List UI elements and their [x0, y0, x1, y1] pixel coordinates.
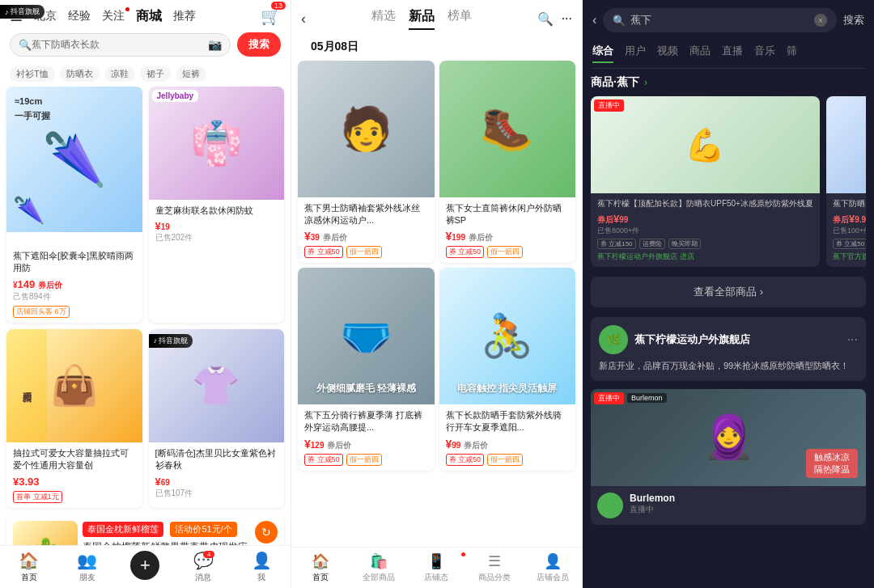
section-arrow[interactable]: ›	[644, 77, 647, 88]
home-icon: 🏠	[19, 551, 39, 570]
nav-experience[interactable]: 经验	[68, 9, 91, 23]
live-cta[interactable]: 触感冰凉隔热降温	[806, 449, 858, 478]
footer-me[interactable]: 👤 我	[232, 551, 291, 583]
card-title-bag: 抽拉式可爱女大容量抽拉式可爱个性通用大容量创	[13, 447, 136, 472]
product-image-umbrella: ≈19cm一手可握 🌂	[6, 87, 142, 232]
footer-messages[interactable]: 💬 消息 4	[174, 551, 232, 583]
p2-footer-store[interactable]: 📱 店铺态	[408, 552, 466, 583]
product-item-3[interactable]: 外侧细腻磨毛 轻薄裸感 蕉下五分骑行裤夏季薄 打底裤外穿运动高腰提... ¥12…	[298, 268, 435, 470]
product-card-umbrella[interactable]: ≈19cm一手可握 🌂 ♪ 抖音旗舰 蕉下遮阳伞[胶囊伞]黑胶晴雨两用防 ¥14…	[6, 87, 142, 323]
footer-home[interactable]: 🏠 首页	[0, 551, 58, 583]
p3-product-body-2: 蕉下防晒袖套防紫外线夏季宽松男女同款出游必备 券后¥9.9 已售100+件 券 …	[826, 193, 866, 267]
panel2-top-row: ‹ 精选 新品 榜单 🔍 ···	[301, 8, 572, 30]
live-avatar	[597, 493, 623, 518]
cart-badge: 13	[271, 2, 286, 10]
tab-new[interactable]: 新品	[409, 8, 435, 30]
nav-shop[interactable]: 商城	[136, 8, 162, 25]
p3-product-title-2: 蕉下防晒袖套防紫外线夏季宽松男女同款出游必备	[833, 198, 866, 209]
cat-tab-video[interactable]: 视频	[657, 44, 678, 63]
store-more-icon[interactable]: ···	[847, 332, 858, 347]
footer-add[interactable]: +	[117, 551, 175, 583]
tiktok-icon2: ♪	[154, 336, 158, 345]
price-num-2: 199	[452, 233, 465, 242]
nav-follow[interactable]: 关注	[102, 9, 125, 23]
product-item-4[interactable]: 电容触控 指尖灵活触屏 蕉下长款防晒手套防紫外线骑行开车女夏季遮阳... ¥99…	[439, 268, 576, 470]
cat-tab-live[interactable]: 直播	[722, 44, 743, 63]
live-card[interactable]: 直播中 Burlemon 触感冰凉隔热降温 Burlemon 直播中	[591, 389, 866, 525]
durian-refresh[interactable]: ↻	[255, 521, 278, 545]
p3-product-1[interactable]: 直播中 蕉下柠檬【顶配加长款】防晒衣UPF50+冰感原纱防紫外线夏 券后¥99 …	[591, 96, 820, 267]
tab-ranking[interactable]: 榜单	[448, 8, 472, 30]
cart-button[interactable]: 🛒 13	[261, 6, 281, 26]
product-card-kids2[interactable]: 👚 ♪ 抖音旗舰 [断码清仓]杰里贝比女童紫色衬衫春秋 ¥69 已售107件	[149, 329, 285, 508]
search-icon[interactable]: 🔍	[537, 11, 554, 27]
tag-5[interactable]: 短裤	[176, 66, 206, 82]
live-channel-name: Burlemon	[630, 493, 859, 504]
badge-text2: 抖音旗舰	[159, 336, 188, 346]
camera-icon[interactable]: 📷	[208, 38, 222, 51]
tag-list: 衬衫T恤 防晒衣 凉鞋 裙子 短裤	[0, 61, 291, 87]
product-image-bag: 👜 精巧实用	[6, 329, 142, 442]
cat-tab-product[interactable]: 商品	[689, 44, 711, 63]
product-item-2[interactable]: 蕉下女士直筒裤休闲户外防晒裤SP ¥199 券后价 券 立减50 假一赔四	[439, 61, 576, 263]
product-card-durian[interactable]: 🌵 泰国金枕新鲜榴莲 活动价51元/个 泰国金枕榴莲新鲜整果带壳带皮现发应季 ¥…	[6, 514, 284, 545]
view-all-button[interactable]: 查看全部商品 ›	[591, 277, 866, 307]
p3-content: 商品·蕉下 › 直播中 蕉下柠檬【顶配加长款】防晒衣UPF50+冰感原纱防紫外线…	[583, 69, 874, 588]
cat-tab-filter[interactable]: 筛	[787, 44, 797, 63]
search-button[interactable]: 搜索	[237, 32, 281, 57]
product-title-1: 蕉下男士防晒袖套紫外线冰丝凉感休闲运动户...	[304, 202, 428, 227]
p2-member-label: 店铺会员	[537, 572, 569, 583]
sold-kids2: 已售107件	[155, 488, 278, 499]
product-item-1[interactable]: 蕉下男士防晒袖套紫外线冰丝凉感休闲运动户... ¥39 券后价 券 立减50 假…	[298, 61, 435, 263]
price-unit-prefix-2: 券后	[833, 215, 849, 224]
cat-tab-music[interactable]: 音乐	[754, 44, 775, 63]
product-card-kids[interactable]: 👘 Jellybaby 童芝麻街联名款休闲防蚊 ¥19 已售202件	[149, 87, 285, 323]
card-body-kids2: [断码清仓]杰里贝比女童紫色衬衫春秋 ¥69 已售107件	[149, 442, 285, 504]
p3-back-button[interactable]: ‹	[592, 13, 596, 27]
p2-category-label: 商品分类	[478, 572, 511, 583]
price-num-4: 99	[452, 441, 460, 450]
p3-tag-1-0: 券 立减150	[597, 239, 636, 249]
brand-badge: Jellybaby	[152, 90, 199, 102]
card-body: ♪ 抖音旗舰 蕉下遮阳伞[胶囊伞]黑胶晴雨两用防 ¥149 券后价 己售894件…	[6, 232, 142, 323]
p2-footer-member[interactable]: 👤 店铺会员	[524, 552, 582, 583]
cat-tab-all[interactable]: 综合	[592, 44, 613, 63]
p3-product-2[interactable]: 蕉下防晒袖套防紫外线夏季宽松男女同款出游必备 券后¥9.9 已售100+件 券 …	[826, 96, 866, 267]
p3-product-img-2	[826, 96, 866, 193]
tab-featured[interactable]: 精选	[371, 8, 396, 30]
product-price-3: ¥129 券后价	[304, 438, 428, 451]
p2-footer-category[interactable]: ☰ 商品分类	[465, 552, 524, 583]
product-body-4: 蕉下长款防晒手套防紫外线骑行开车女夏季遮阳... ¥99 券后价 券 立减50 …	[439, 404, 576, 471]
card-body-bag: 抽拉式可爱女大容量抽拉式可爱个性通用大容量创 ¥3.93 首单 立减1元	[6, 442, 142, 508]
product-grid-p2: 蕉下男士防晒袖套紫外线冰丝凉感休闲运动户... ¥39 券后价 券 立减50 假…	[291, 61, 582, 477]
tag-2[interactable]: 防晒衣	[60, 66, 100, 82]
tiktok-badge2: ♪ 抖音旗舰	[149, 334, 193, 348]
product-card-bag[interactable]: 👜 精巧实用 抽拉式可爱女大容量抽拉式可爱个性通用大容量创 ¥3.93 首单 立…	[6, 329, 142, 508]
live-badge-1: 直播中	[594, 99, 624, 112]
p2-footer-all[interactable]: 🛍️ 全部商品	[350, 552, 408, 583]
p3-sold-1: 已售8000+件	[597, 226, 813, 236]
coupon-tag-4: 券 立减50	[446, 454, 485, 466]
product-img-1	[298, 61, 435, 197]
p3-product-body-1: 蕉下柠檬【顶配加长款】防晒衣UPF50+冰感原纱防紫外线夏 券后¥99 已售80…	[591, 193, 820, 267]
p3-search-box[interactable]: 🔍 蕉下 ×	[603, 8, 837, 32]
search-box[interactable]: 🔍 蕉下防晒衣长款 📷	[10, 33, 231, 57]
p3-search-button[interactable]: 搜索	[843, 13, 864, 27]
product-img-2	[439, 61, 576, 197]
tag-3[interactable]: 凉鞋	[104, 66, 135, 82]
ruler-text: ≈19cm一手可握	[15, 95, 50, 123]
product-tags-4: 券 立减50 假一赔四	[446, 454, 570, 466]
p2-footer-home[interactable]: 🏠 首页	[291, 552, 350, 583]
nav-recommend[interactable]: 推荐	[173, 9, 196, 23]
more-icon[interactable]: ···	[562, 11, 572, 27]
product-tags-1: 券 立减50 假一赔四	[304, 246, 428, 258]
tag-1[interactable]: 衬衫T恤	[10, 66, 55, 82]
footer-friends[interactable]: 👥 朋友	[58, 551, 117, 583]
footer-friends-label: 朋友	[79, 572, 95, 583]
promo-tag-bag: 首单 立减1元	[13, 491, 62, 503]
back-button[interactable]: ‹	[301, 11, 306, 27]
tag-4[interactable]: 裙子	[140, 66, 171, 82]
cat-tab-user[interactable]: 用户	[625, 44, 646, 63]
p3-clear-button[interactable]: ×	[814, 14, 827, 27]
add-icon: +	[130, 551, 159, 580]
